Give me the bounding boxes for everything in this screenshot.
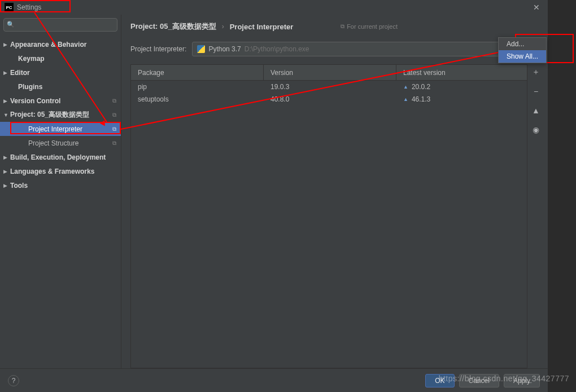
interpreter-label: Project Interpreter: bbox=[130, 45, 186, 53]
menu-item-add[interactable]: Add... bbox=[499, 38, 546, 50]
sidebar-item-6[interactable]: Project Interpreter⧉ bbox=[0, 122, 121, 136]
close-icon[interactable]: ✕ bbox=[530, 2, 543, 13]
cell-version: 19.0.3 bbox=[264, 83, 396, 91]
cell-package: pip bbox=[131, 83, 264, 91]
copy-icon: ⧉ bbox=[112, 98, 116, 104]
upgrade-available-icon: ▲ bbox=[403, 84, 408, 90]
pycharm-logo-icon: PC bbox=[5, 3, 14, 12]
sidebar-item-label: Plugins bbox=[18, 83, 116, 91]
content-pane: Project: 05_高级数据类型 › Project Interpreter… bbox=[121, 15, 548, 368]
package-table-wrap: Package Version Latest version pip19.0.3… bbox=[130, 64, 544, 368]
sidebar-item-4[interactable]: ▶Version Control⧉ bbox=[0, 94, 121, 108]
interpreter-gear-menu: Add... Show All... bbox=[498, 37, 547, 63]
tree-arrow-icon: ▶ bbox=[3, 42, 10, 47]
help-button[interactable]: ? bbox=[8, 375, 19, 386]
cell-package: setuptools bbox=[131, 95, 264, 103]
sidebar-item-label: Editor bbox=[10, 69, 116, 77]
table-body: pip19.0.3▲20.0.2setuptools40.8.0▲46.1.3 bbox=[131, 81, 527, 105]
sidebar-item-2[interactable]: ▶Editor bbox=[0, 65, 121, 80]
package-table[interactable]: Package Version Latest version pip19.0.3… bbox=[130, 64, 527, 368]
tree-arrow-icon: ▶ bbox=[3, 183, 10, 188]
settings-sidebar: 🔍 ▶Appearance & BehaviorKeymap▶EditorPlu… bbox=[0, 15, 121, 368]
th-latest[interactable]: Latest version bbox=[396, 65, 527, 80]
search-icon: 🔍 bbox=[7, 21, 15, 28]
window-title: Settings bbox=[17, 3, 41, 11]
upgrade-package-button[interactable]: ▲ bbox=[530, 105, 542, 116]
editor-gutter-strip bbox=[548, 0, 576, 392]
add-package-button[interactable]: ＋ bbox=[530, 67, 542, 78]
remove-package-button[interactable]: − bbox=[530, 86, 542, 97]
copy-icon: ⧉ bbox=[112, 126, 116, 133]
search-wrap: 🔍 bbox=[0, 15, 121, 35]
sidebar-item-1[interactable]: Keymap bbox=[0, 51, 121, 65]
latest-version-text: 20.0.2 bbox=[412, 83, 430, 91]
sidebar-item-label: Appearance & Behavior bbox=[10, 41, 116, 49]
breadcrumb-project: Project: 05_高级数据类型 bbox=[130, 21, 216, 32]
th-package[interactable]: Package bbox=[131, 65, 264, 80]
table-row[interactable]: pip19.0.3▲20.0.2 bbox=[131, 81, 527, 93]
python-icon bbox=[197, 45, 205, 53]
package-side-buttons: ＋ − ▲ ◉ bbox=[527, 64, 544, 368]
sidebar-item-label: Version Control bbox=[10, 97, 110, 105]
settings-window: PC Settings ✕ 🔍 ▶Appearance & BehaviorKe… bbox=[0, 0, 548, 392]
sidebar-item-label: Project Structure bbox=[28, 139, 110, 147]
sidebar-item-10[interactable]: ▶Tools bbox=[0, 178, 121, 192]
copy-icon: ⧉ bbox=[112, 140, 116, 147]
menu-item-show-all[interactable]: Show All... bbox=[499, 50, 546, 63]
breadcrumb-page: Project Interpreter bbox=[230, 23, 294, 31]
sidebar-item-label: Build, Execution, Deployment bbox=[10, 153, 116, 161]
sidebar-item-label: Tools bbox=[10, 182, 116, 190]
sidebar-item-0[interactable]: ▶Appearance & Behavior bbox=[0, 37, 121, 51]
th-version[interactable]: Version bbox=[264, 65, 396, 80]
cell-latest: ▲20.0.2 bbox=[396, 83, 527, 91]
table-row[interactable]: setuptools40.8.0▲46.1.3 bbox=[131, 93, 527, 105]
breadcrumb: Project: 05_高级数据类型 › Project Interpreter… bbox=[121, 15, 548, 42]
interpreter-path: D:\Python\python.exe bbox=[245, 45, 309, 53]
watermark-text: https://blog.csdn.net/qq_34427777 bbox=[439, 374, 569, 383]
tree-arrow-icon: ▶ bbox=[3, 98, 10, 104]
sidebar-item-5[interactable]: ▼Project: 05_高级数据类型⧉ bbox=[0, 108, 121, 122]
latest-version-text: 46.1.3 bbox=[412, 95, 430, 103]
tree-arrow-icon: ▶ bbox=[3, 155, 10, 160]
for-current-project-badge: ⧉ For current project bbox=[341, 23, 398, 30]
interpreter-name: Python 3.7 bbox=[208, 45, 241, 53]
settings-tree[interactable]: ▶Appearance & BehaviorKeymap▶EditorPlugi… bbox=[0, 35, 121, 368]
table-header: Package Version Latest version bbox=[131, 65, 527, 81]
cell-version: 40.8.0 bbox=[264, 95, 396, 103]
main-area: 🔍 ▶Appearance & BehaviorKeymap▶EditorPlu… bbox=[0, 15, 548, 368]
interpreter-select[interactable]: Python 3.7 D:\Python\python.exe ▼ bbox=[192, 42, 508, 56]
cell-latest: ▲46.1.3 bbox=[396, 95, 527, 103]
sidebar-item-7[interactable]: Project Structure⧉ bbox=[0, 136, 121, 150]
sidebar-item-label: Keymap bbox=[18, 55, 116, 63]
sidebar-item-label: Project Interpreter bbox=[28, 125, 110, 133]
sidebar-item-label: Project: 05_高级数据类型 bbox=[10, 110, 110, 120]
titlebar: PC Settings ✕ bbox=[0, 0, 548, 15]
tree-arrow-icon: ▶ bbox=[3, 70, 10, 76]
copy-icon: ⧉ bbox=[112, 112, 116, 118]
breadcrumb-separator-icon: › bbox=[222, 23, 224, 30]
tree-arrow-icon: ▶ bbox=[3, 169, 10, 174]
search-input[interactable] bbox=[3, 18, 117, 32]
sidebar-item-8[interactable]: ▶Build, Execution, Deployment bbox=[0, 150, 121, 164]
sidebar-item-3[interactable]: Plugins bbox=[0, 80, 121, 94]
upgrade-available-icon: ▲ bbox=[403, 96, 408, 102]
show-early-releases-button[interactable]: ◉ bbox=[530, 124, 542, 135]
sidebar-item-9[interactable]: ▶Languages & Frameworks bbox=[0, 164, 121, 178]
badge-text: For current project bbox=[347, 23, 398, 30]
copy-icon: ⧉ bbox=[341, 23, 344, 30]
sidebar-item-label: Languages & Frameworks bbox=[10, 168, 116, 175]
interpreter-row: Project Interpreter: Python 3.7 D:\Pytho… bbox=[121, 42, 548, 64]
tree-arrow-icon: ▼ bbox=[3, 112, 10, 118]
